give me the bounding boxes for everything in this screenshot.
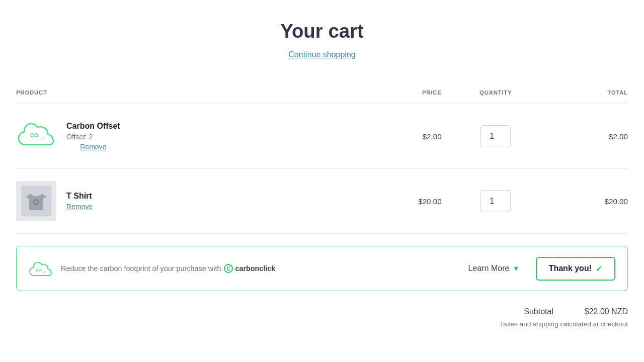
col-header-product: PRODUCT: [16, 83, 363, 104]
carbon-banner: CO 2 Reduce the carbon footprint of your…: [16, 246, 628, 291]
subtotal-row: Subtotal $22.00 NZD: [16, 307, 628, 316]
carbon-offset-meta: Offset: 2: [66, 133, 120, 141]
carbonclick-brand: C carbonclick: [224, 264, 275, 273]
tshirt-name: T Shirt: [66, 192, 93, 201]
tshirt-quantity-input[interactable]: [480, 190, 511, 212]
svg-text:C: C: [35, 201, 38, 204]
cart-row-tshirt: C T Shirt Remove $20.00 $20.00: [16, 169, 628, 234]
tshirt-price: $20.00: [363, 169, 441, 234]
tshirt-total: $20.00: [550, 169, 628, 234]
svg-text:CO: CO: [30, 132, 39, 138]
col-header-price: PRICE: [363, 83, 441, 104]
carbon-offset-price: $2.00: [363, 104, 441, 169]
learn-more-button[interactable]: Learn More ▼: [460, 260, 528, 277]
page-title: Your cart: [16, 20, 628, 42]
carbon-offset-info: Carbon Offset Offset: 2 Remove: [66, 122, 120, 151]
svg-text:CO: CO: [36, 268, 42, 273]
banner-co2-icon: CO 2: [29, 256, 53, 281]
carbon-offset-name: Carbon Offset: [66, 122, 120, 131]
svg-text:2: 2: [42, 136, 45, 140]
chevron-down-icon: ▼: [512, 264, 519, 273]
carbon-offset-remove-btn[interactable]: Remove: [66, 143, 120, 151]
continue-shopping-link[interactable]: Continue shopping: [288, 50, 355, 59]
tax-note: Taxes and shipping calculated at checkou…: [16, 320, 628, 328]
svg-text:2: 2: [44, 270, 46, 274]
cart-summary: Subtotal $22.00 NZD Taxes and shipping c…: [16, 307, 628, 328]
carbon-banner-description: Reduce the carbon footprint of your purc…: [61, 264, 452, 273]
tshirt-image: C: [16, 181, 56, 221]
thank-you-button[interactable]: Thank you! ✓: [536, 257, 615, 281]
checkmark-icon: ✓: [596, 264, 602, 274]
col-header-quantity: QUANTITY: [442, 83, 550, 104]
cart-table: PRODUCT PRICE QUANTITY TOTAL C: [16, 83, 628, 234]
tshirt-info: T Shirt Remove: [66, 192, 93, 211]
carbon-offset-total: $2.00: [550, 104, 628, 169]
carbon-offset-quantity-input[interactable]: [480, 125, 511, 147]
subtotal-label: Subtotal: [524, 307, 553, 316]
tshirt-remove-btn[interactable]: Remove: [66, 203, 93, 211]
col-header-total: TOTAL: [550, 83, 628, 104]
carbonclick-logo-icon: C: [224, 264, 233, 273]
cart-row-carbon-offset: CO 2 Carbon Offset Offset: 2 Remove $2.0…: [16, 104, 628, 169]
co2-cloud-image: CO 2: [16, 116, 56, 156]
subtotal-value: $22.00 NZD: [578, 307, 628, 316]
